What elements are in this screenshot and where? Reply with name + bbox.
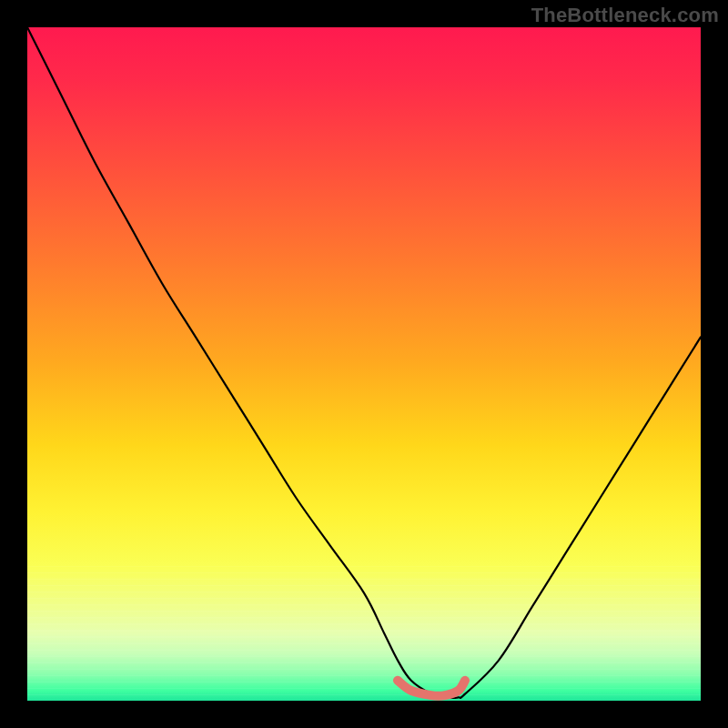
gradient-background [27,27,701,701]
svg-rect-20 [27,694,701,695]
svg-rect-18 [27,682,701,682]
bottleneck-chart [27,27,701,701]
svg-rect-15 [27,662,701,663]
plot-area [27,27,701,701]
svg-rect-7 [27,611,701,612]
svg-rect-14 [27,656,701,657]
svg-rect-6 [27,604,701,605]
svg-rect-1 [27,572,701,573]
svg-rect-17 [27,675,701,676]
svg-rect-12 [27,643,701,644]
svg-rect-3 [27,585,701,586]
svg-rect-5 [27,598,701,599]
svg-rect-13 [27,650,701,651]
svg-rect-19 [27,688,701,689]
svg-rect-10 [27,630,701,631]
svg-rect-9 [27,623,701,624]
svg-rect-11 [27,637,701,638]
chart-frame: TheBottleneck.com [0,0,728,728]
svg-rect-16 [27,669,701,670]
watermark-label: TheBottleneck.com [531,4,719,27]
svg-rect-2 [27,579,701,580]
svg-rect-8 [27,617,701,618]
svg-rect-0 [27,566,701,567]
